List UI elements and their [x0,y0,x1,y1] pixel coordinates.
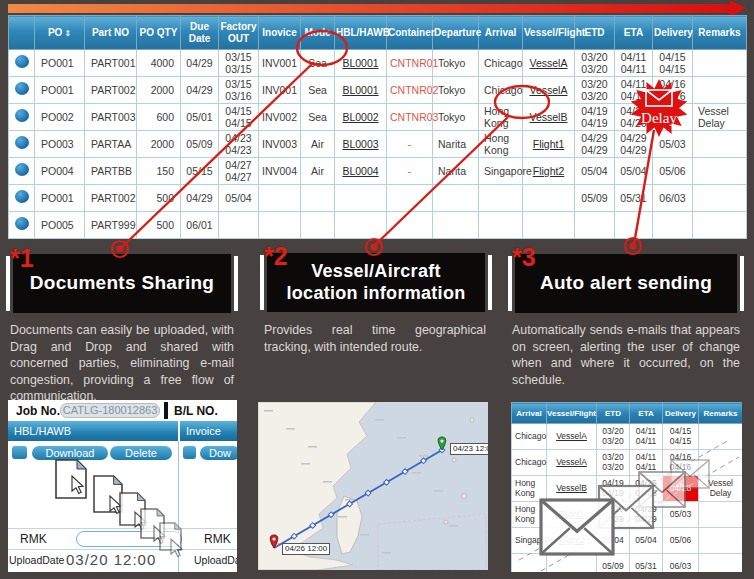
record-status-icon[interactable] [15,109,29,122]
callout-banner-alert: Auto alert sending [508,254,744,313]
column-header-delivery: Delivery [653,16,693,50]
cell-hbl: BL0001 [335,50,387,77]
download-button-invoice[interactable]: Dow [200,446,237,460]
record-status-icon[interactable] [15,163,29,176]
column-header-po[interactable]: PO⇕ [35,16,85,50]
vessel-link[interactable]: Flight1 [533,138,565,150]
download-button[interactable]: Download [32,446,108,460]
record-status-icon[interactable] [15,55,29,68]
vessel-link[interactable]: VesselB [556,483,587,493]
mini-cell-delivery: 04/28 [663,476,699,502]
job-no-label: Job No. [16,404,60,418]
cell-arrival: Chicago [479,50,523,77]
cell-etd [575,212,615,239]
callout-banner-location: Vessel/Aircraft location information [260,253,492,312]
column-header-mode: Mode [301,16,335,50]
cell-container: - [387,158,433,185]
cell-po: PO004 [35,158,85,185]
shipment-schedule-table: PO⇕Part NOPO QTYDue DateFactory OUTInovi… [8,15,747,239]
record-status-icon[interactable] [15,82,29,95]
vessel-link[interactable]: Flight2 [533,165,565,177]
cell-arrival: Chicago [479,77,523,104]
select-checkbox-invoice[interactable] [183,446,196,459]
cell-container [387,185,433,212]
table-row: PO002PART00360005/0104/15 04/15INV002Sea… [9,104,747,131]
cell-row-icon [9,50,35,77]
cell-hbl: BL0004 [335,158,387,185]
vessel-link[interactable]: Flight2 [559,535,585,545]
cell-po: PO003 [35,131,85,158]
mini-column-header-etd: ETD [597,403,630,424]
record-status-icon[interactable] [15,217,29,230]
cell-part: PART001 [85,50,137,77]
cell-container: - [387,131,433,158]
hbl-link[interactable]: BL0004 [342,165,378,177]
mini-cell-etd: 05/04 [597,528,630,554]
cell-mode [301,185,335,212]
mini-cell-eta: 04/29 04/29 [630,502,663,528]
table-row: PO003PARTAA200005/0904/23 04/23INV003Air… [9,131,747,158]
column-header-arrival: Arrival [479,16,523,50]
select-checkbox[interactable] [12,446,27,459]
mouse-cursor-icon [110,496,121,514]
cell-eta: 04/29 04/29 [615,131,653,158]
cell-arrival [479,185,523,212]
cell-vessel [523,212,575,239]
column-header-invoice: Inovice [259,16,301,50]
sort-icon[interactable]: ⇕ [64,29,71,38]
cell-hbl [335,212,387,239]
hbl-link[interactable]: BL0001 [342,57,378,69]
mini-cell-arrival: Chicago [512,450,547,476]
cell-delivery: 05/06 [653,158,693,185]
row-divider [8,549,237,550]
hbl-section-header: HBL/HAWB [8,421,178,441]
vessel-link[interactable]: VesselA [556,457,587,467]
hbl-link[interactable]: BL0003 [342,138,378,150]
cell-container: CNTNR02 [387,77,433,104]
vessel-link[interactable]: VesselA [556,431,587,441]
cell-qty: 500 [137,185,181,212]
record-status-icon[interactable] [15,190,29,203]
table-row: PO001PART001400004/2903/15 03/15INV001Se… [9,50,747,77]
vessel-tracking-map[interactable]: 04/26 12:00 04/23 12:00 [258,402,488,570]
invoice-section-header: Invoice [180,421,237,441]
column-header-qty: PO QTY [137,16,181,50]
vessel-link[interactable]: VesselB [530,111,568,123]
cell-etd: 04/29 04/29 [575,131,615,158]
table-header-row: PO⇕Part NOPO QTYDue DateFactory OUTInovi… [9,16,747,50]
column-header-hbl: HBL/HAWB [335,16,387,50]
cell-row-icon [9,212,35,239]
document-page-icon [120,493,145,525]
divider [164,402,168,419]
cell-qty: 2000 [137,131,181,158]
cell-mode: Sea [301,50,335,77]
record-status-icon[interactable] [15,136,29,149]
cell-factory: 04/23 04/23 [219,131,259,158]
mini-cell-remarks [699,554,743,573]
cell-hbl: BL0002 [335,104,387,131]
cell-qty: 500 [137,212,181,239]
column-header-due: Due Date [181,16,219,50]
cell-departure: Tokyo [433,77,479,104]
mini-table-row: ChicagoVesselA03/20 03/2004/11 04/1104/1… [512,450,743,476]
cell-delivery: 06/03 [653,185,693,212]
job-no-input[interactable]: CATLG-180012863 [60,403,160,418]
cell-po: PO001 [35,185,85,212]
vessel-link[interactable]: VesselA [530,84,568,96]
delete-button[interactable]: Delete [110,446,172,460]
cell-invoice: INV003 [259,131,301,158]
vessel-link[interactable]: VesselA [530,57,568,69]
callout-title-1: Documents Sharing [30,272,215,295]
rmk-input[interactable] [76,531,182,547]
hbl-link[interactable]: BL0001 [342,84,378,96]
vessel-link[interactable]: Flight1 [559,509,585,519]
cell-delivery [653,212,693,239]
banner-right-bar [740,256,744,311]
hbl-link[interactable]: BL0002 [342,111,378,123]
mini-cell-etd: 04/19 04/19 [597,476,630,502]
document-page-icon [94,476,122,512]
mini-cell-arrival: Chicago [512,424,547,450]
cell-row-icon [9,104,35,131]
mini-cell-arrival: Singapore [512,528,547,554]
cell-mode [301,212,335,239]
